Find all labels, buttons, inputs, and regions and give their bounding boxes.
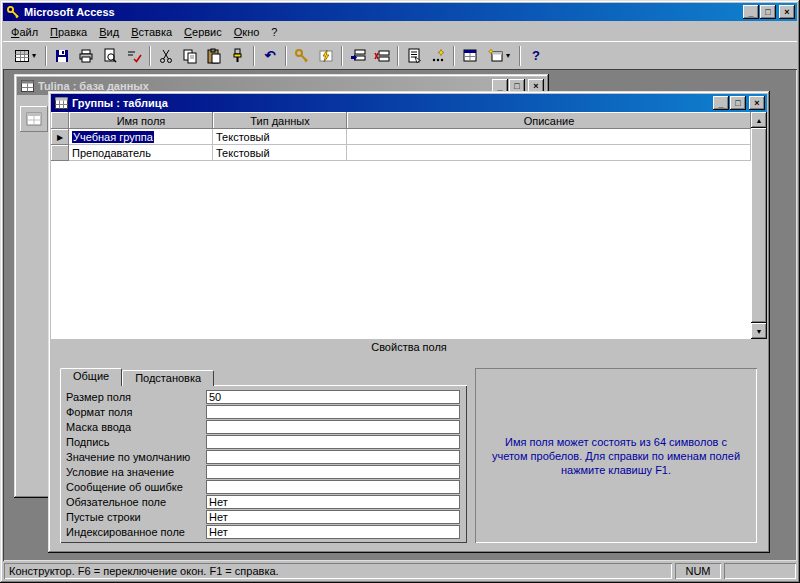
property-label-allow-zero-length: Пустые строки [66,511,206,523]
insert-rows-button[interactable] [346,45,370,67]
delete-rows-button[interactable] [370,45,394,67]
property-field-validation-text[interactable] [206,480,460,494]
property-row: Индексированное поле [60,524,467,539]
property-help-text: Имя поля может состоять из 64 символов с… [491,435,741,477]
design-minimize-button[interactable]: _ [713,96,729,110]
access-key-icon [5,5,21,19]
indexes-button[interactable] [314,45,338,67]
field-properties-band: Свойства поля [51,339,767,355]
menu-item-window[interactable]: Окно [228,24,266,40]
field-name-cell-2[interactable]: Преподаватель [69,145,213,161]
property-row: Обязательное поле [60,494,467,509]
property-field-validation-rule[interactable] [206,465,460,479]
maximize-button[interactable]: □ [760,5,776,19]
row-selector-2[interactable] [51,145,69,161]
print-button[interactable] [74,45,98,67]
tab-general[interactable]: Общие [60,368,122,386]
toolbar-separator [341,46,343,66]
menu-item-view[interactable]: Вид [93,24,125,40]
new-object-dropdown-icon: ▾ [506,52,510,60]
database-icon [19,79,35,93]
maximize-icon: □ [735,99,740,108]
empty-grid-area[interactable] [51,161,751,322]
field-name-cell-1[interactable]: Учебная группа [69,129,213,145]
cut-button[interactable] [154,45,178,67]
scrollbar-thumb[interactable] [751,128,767,323]
property-field-required[interactable] [206,495,460,509]
database-window-tab-fragment[interactable] [20,106,48,132]
selector-header-cell[interactable] [51,112,69,129]
undo-icon: ↶ [265,48,276,63]
grid-vertical-scrollbar[interactable]: ▲ ▼ [751,112,767,339]
field-type-cell-2[interactable]: Текстовый [213,145,347,161]
property-field-field-size[interactable] [206,390,460,404]
column-header-description[interactable]: Описание [347,112,751,129]
maximize-icon: □ [765,8,770,17]
tab-lookup[interactable]: Подстановка [122,370,214,386]
print-preview-button[interactable] [98,45,122,67]
table-design-title-bar[interactable]: Группы : таблица _ □ × [51,94,767,112]
status-panel-empty [724,563,796,579]
field-properties-label: Свойства поля [371,341,447,353]
toolbar-separator [397,46,399,66]
property-row: Подпись [60,434,467,449]
toolbar-separator [253,46,255,66]
property-field-format[interactable] [206,405,460,419]
property-field-input-mask[interactable] [206,420,460,434]
copy-button[interactable] [178,45,202,67]
status-message: Конструктор. F6 = переключение окон. F1 … [4,563,672,579]
property-field-caption[interactable] [206,435,460,449]
properties-button[interactable] [402,45,426,67]
toolbar-separator [285,46,287,66]
menu-item-help[interactable]: ? [265,24,283,40]
new-object-button[interactable]: ▾ [482,45,516,67]
field-type-cell-1[interactable]: Текстовый [213,129,347,145]
menu-item-tools[interactable]: Сервис [178,24,228,40]
menu-item-edit[interactable]: Правка [44,24,93,40]
primary-key-button[interactable] [290,45,314,67]
field-description-cell-2[interactable] [347,145,751,161]
save-button[interactable] [50,45,74,67]
property-field-indexed[interactable] [206,525,460,539]
view-button[interactable]: ▾ [8,45,42,67]
scroll-up-button[interactable]: ▲ [751,112,767,128]
close-icon: × [754,99,759,108]
database-window-button[interactable] [458,45,482,67]
property-row: Пустые строки [60,509,467,524]
format-painter-button[interactable] [226,45,250,67]
menu-item-file[interactable]: Файл [5,24,44,40]
build-button[interactable] [426,45,450,67]
column-header-field-name[interactable]: Имя поля [69,112,213,129]
property-field-allow-zero-length[interactable] [206,510,460,524]
undo-button[interactable]: ↶ [258,45,282,67]
current-row-selector[interactable]: ▶ [51,129,69,145]
close-icon: × [533,82,538,91]
property-row: Сообщение об ошибке [60,479,467,494]
field-description-cell-1[interactable] [347,129,751,145]
toolbar-separator [149,46,151,66]
property-label-format: Формат поля [66,406,206,418]
design-close-button[interactable]: × [749,96,765,110]
scroll-up-icon: ▲ [756,117,763,124]
spelling-button[interactable] [122,45,146,67]
property-field-default-value[interactable] [206,450,460,464]
property-row: Условие на значение [60,464,467,479]
property-label-indexed: Индексированное поле [66,526,206,538]
menu-item-insert[interactable]: Вставка [125,24,178,40]
table-design-window[interactable]: Группы : таблица _ □ × Имя поля Тип данн… [48,91,770,553]
scroll-down-button[interactable]: ▼ [751,323,767,339]
field-definition-grid: Имя поля Тип данных Описание ▶ Учебная г… [51,112,767,339]
minimize-button[interactable]: _ [743,5,759,19]
scroll-down-icon: ▼ [756,328,763,335]
help-button[interactable]: ? [524,45,548,67]
close-icon: × [784,8,789,17]
property-label-field-size: Размер поля [66,391,206,403]
column-header-data-type[interactable]: Тип данных [213,112,347,129]
minimize-icon: _ [748,9,753,18]
property-label-caption: Подпись [66,436,206,448]
close-button[interactable]: × [779,5,795,19]
paste-button[interactable] [202,45,226,67]
title-bar[interactable]: Microsoft Access _ □ × [3,3,797,21]
design-maximize-button[interactable]: □ [730,96,746,110]
property-label-validation-rule: Условие на значение [66,466,206,478]
